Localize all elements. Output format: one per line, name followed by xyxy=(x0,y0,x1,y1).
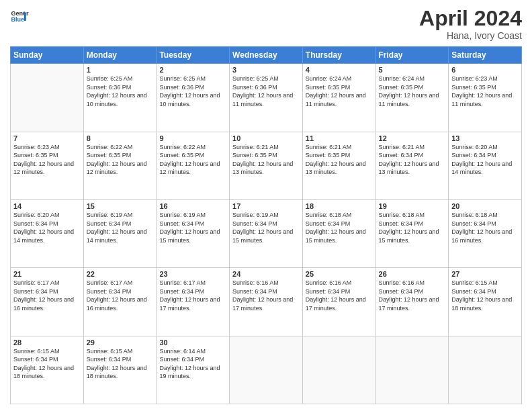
day-number: 27 xyxy=(451,270,519,278)
page-header: General Blue April 2024 Hana, Ivory Coas… xyxy=(10,7,522,41)
day-number: 5 xyxy=(379,66,446,74)
day-info: Sunrise: 6:22 AMSunset: 6:35 PMDaylight:… xyxy=(159,143,226,177)
svg-text:General: General xyxy=(11,10,29,17)
calendar-cell: 6Sunrise: 6:23 AMSunset: 6:35 PMDaylight… xyxy=(449,64,522,132)
day-number: 30 xyxy=(159,338,226,347)
calendar-cell: 19Sunrise: 6:18 AMSunset: 6:34 PMDayligh… xyxy=(375,199,449,267)
day-info: Sunrise: 6:21 AMSunset: 6:34 PMDaylight:… xyxy=(379,143,446,177)
location: Hana, Ivory Coast xyxy=(419,30,522,41)
day-info: Sunrise: 6:16 AMSunset: 6:34 PMDaylight:… xyxy=(232,279,300,312)
day-number: 17 xyxy=(232,202,300,210)
day-number: 7 xyxy=(13,134,81,142)
col-header-wednesday: Wednesday xyxy=(230,47,303,64)
calendar-cell: 7Sunrise: 6:23 AMSunset: 6:35 PMDaylight… xyxy=(11,132,84,199)
calendar-cell xyxy=(375,336,449,404)
calendar-cell xyxy=(11,64,84,132)
calendar-cell: 16Sunrise: 6:19 AMSunset: 6:34 PMDayligh… xyxy=(157,199,230,267)
day-info: Sunrise: 6:17 AMSunset: 6:34 PMDaylight:… xyxy=(87,279,154,312)
day-number: 16 xyxy=(159,202,226,210)
col-header-sunday: Sunday xyxy=(11,47,84,64)
day-number: 20 xyxy=(451,202,519,210)
day-info: Sunrise: 6:15 AMSunset: 6:34 PMDaylight:… xyxy=(13,347,81,381)
day-number: 22 xyxy=(87,270,154,278)
col-header-tuesday: Tuesday xyxy=(157,47,230,64)
calendar-cell: 25Sunrise: 6:16 AMSunset: 6:34 PMDayligh… xyxy=(302,268,375,336)
day-number: 19 xyxy=(379,202,446,210)
calendar-cell: 4Sunrise: 6:24 AMSunset: 6:35 PMDaylight… xyxy=(302,64,375,132)
day-info: Sunrise: 6:24 AMSunset: 6:35 PMDaylight:… xyxy=(379,75,446,108)
calendar-cell: 2Sunrise: 6:25 AMSunset: 6:36 PMDaylight… xyxy=(157,64,230,132)
day-info: Sunrise: 6:18 AMSunset: 6:34 PMDaylight:… xyxy=(451,211,519,244)
day-info: Sunrise: 6:22 AMSunset: 6:35 PMDaylight:… xyxy=(87,143,154,177)
day-info: Sunrise: 6:16 AMSunset: 6:34 PMDaylight:… xyxy=(306,279,373,312)
day-info: Sunrise: 6:20 AMSunset: 6:34 PMDaylight:… xyxy=(451,143,519,177)
calendar-cell: 11Sunrise: 6:21 AMSunset: 6:35 PMDayligh… xyxy=(302,132,375,199)
calendar-cell: 27Sunrise: 6:15 AMSunset: 6:34 PMDayligh… xyxy=(449,268,522,336)
day-info: Sunrise: 6:15 AMSunset: 6:34 PMDaylight:… xyxy=(451,279,519,312)
day-info: Sunrise: 6:23 AMSunset: 6:35 PMDaylight:… xyxy=(451,75,519,108)
col-header-monday: Monday xyxy=(83,47,157,64)
day-number: 21 xyxy=(13,270,81,278)
day-number: 25 xyxy=(306,270,373,278)
col-header-friday: Friday xyxy=(375,47,449,64)
day-info: Sunrise: 6:25 AMSunset: 6:36 PMDaylight:… xyxy=(87,75,154,108)
calendar-cell: 29Sunrise: 6:15 AMSunset: 6:34 PMDayligh… xyxy=(83,336,157,404)
day-info: Sunrise: 6:20 AMSunset: 6:34 PMDaylight:… xyxy=(13,211,81,244)
day-info: Sunrise: 6:17 AMSunset: 6:34 PMDaylight:… xyxy=(159,279,226,312)
day-number: 2 xyxy=(159,66,226,74)
day-number: 28 xyxy=(13,338,81,347)
calendar-cell: 13Sunrise: 6:20 AMSunset: 6:34 PMDayligh… xyxy=(449,132,522,199)
day-info: Sunrise: 6:16 AMSunset: 6:34 PMDaylight:… xyxy=(379,279,446,312)
calendar-cell: 8Sunrise: 6:22 AMSunset: 6:35 PMDaylight… xyxy=(83,132,157,199)
day-info: Sunrise: 6:18 AMSunset: 6:34 PMDaylight:… xyxy=(306,211,373,244)
day-info: Sunrise: 6:25 AMSunset: 6:36 PMDaylight:… xyxy=(159,75,226,108)
calendar-cell: 1Sunrise: 6:25 AMSunset: 6:36 PMDaylight… xyxy=(83,64,157,132)
calendar-cell xyxy=(449,336,522,404)
day-info: Sunrise: 6:18 AMSunset: 6:34 PMDaylight:… xyxy=(379,211,446,244)
calendar-cell: 10Sunrise: 6:21 AMSunset: 6:35 PMDayligh… xyxy=(230,132,303,199)
calendar-table: SundayMondayTuesdayWednesdayThursdayFrid… xyxy=(10,46,522,404)
calendar-cell: 24Sunrise: 6:16 AMSunset: 6:34 PMDayligh… xyxy=(230,268,303,336)
day-number: 6 xyxy=(451,66,519,74)
day-info: Sunrise: 6:23 AMSunset: 6:35 PMDaylight:… xyxy=(13,143,81,177)
logo: General Blue xyxy=(10,7,29,26)
calendar-cell: 17Sunrise: 6:19 AMSunset: 6:34 PMDayligh… xyxy=(230,199,303,267)
day-number: 4 xyxy=(306,66,373,74)
day-number: 29 xyxy=(87,338,154,347)
calendar-cell: 12Sunrise: 6:21 AMSunset: 6:34 PMDayligh… xyxy=(375,132,449,199)
day-info: Sunrise: 6:14 AMSunset: 6:34 PMDaylight:… xyxy=(159,347,226,381)
col-header-saturday: Saturday xyxy=(449,47,522,64)
day-number: 3 xyxy=(232,66,300,74)
day-number: 15 xyxy=(87,202,154,210)
calendar-cell: 21Sunrise: 6:17 AMSunset: 6:34 PMDayligh… xyxy=(11,268,84,336)
day-number: 18 xyxy=(306,202,373,210)
calendar-cell: 9Sunrise: 6:22 AMSunset: 6:35 PMDaylight… xyxy=(157,132,230,199)
day-number: 23 xyxy=(159,270,226,278)
calendar-cell: 23Sunrise: 6:17 AMSunset: 6:34 PMDayligh… xyxy=(157,268,230,336)
day-number: 14 xyxy=(13,202,81,210)
calendar-cell: 26Sunrise: 6:16 AMSunset: 6:34 PMDayligh… xyxy=(375,268,449,336)
day-number: 12 xyxy=(379,134,446,142)
calendar-cell: 3Sunrise: 6:25 AMSunset: 6:36 PMDaylight… xyxy=(230,64,303,132)
calendar-cell: 18Sunrise: 6:18 AMSunset: 6:34 PMDayligh… xyxy=(302,199,375,267)
day-number: 26 xyxy=(379,270,446,278)
calendar-cell: 15Sunrise: 6:19 AMSunset: 6:34 PMDayligh… xyxy=(83,199,157,267)
day-number: 8 xyxy=(87,134,154,142)
day-info: Sunrise: 6:24 AMSunset: 6:35 PMDaylight:… xyxy=(306,75,373,108)
calendar-cell: 14Sunrise: 6:20 AMSunset: 6:34 PMDayligh… xyxy=(11,199,84,267)
day-info: Sunrise: 6:15 AMSunset: 6:34 PMDaylight:… xyxy=(87,347,154,381)
day-info: Sunrise: 6:19 AMSunset: 6:34 PMDaylight:… xyxy=(159,211,226,244)
calendar-cell xyxy=(230,336,303,404)
title-block: April 2024 Hana, Ivory Coast xyxy=(419,7,522,41)
day-number: 13 xyxy=(451,134,519,142)
day-info: Sunrise: 6:21 AMSunset: 6:35 PMDaylight:… xyxy=(232,143,300,177)
month-year: April 2024 xyxy=(419,7,522,30)
col-header-thursday: Thursday xyxy=(302,47,375,64)
day-info: Sunrise: 6:25 AMSunset: 6:36 PMDaylight:… xyxy=(232,75,300,108)
day-info: Sunrise: 6:19 AMSunset: 6:34 PMDaylight:… xyxy=(87,211,154,244)
day-number: 24 xyxy=(232,270,300,278)
svg-text:Blue: Blue xyxy=(11,16,24,23)
logo-icon: General Blue xyxy=(10,7,29,26)
day-number: 1 xyxy=(87,66,154,74)
day-info: Sunrise: 6:19 AMSunset: 6:34 PMDaylight:… xyxy=(232,211,300,244)
